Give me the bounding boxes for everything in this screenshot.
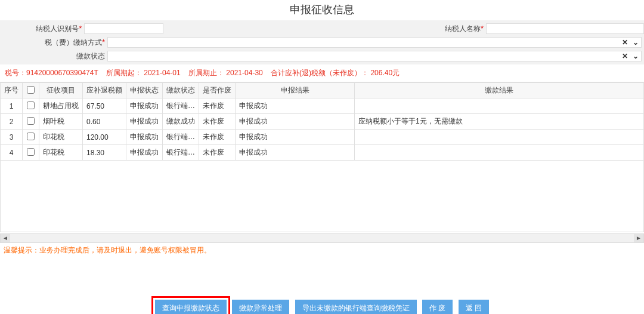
col-item: 征收项目 — [39, 83, 83, 98]
page-title: 申报征收信息 — [0, 0, 644, 20]
cell-jk-result — [355, 145, 644, 161]
taxpayer-id-label: 纳税人识别号* — [0, 24, 84, 34]
back-button[interactable]: 返 回 — [459, 300, 489, 314]
warning-tip: 温馨提示：业务办理完成后，请及时退出，避免账号权限被冒用。 — [0, 243, 644, 258]
scroll-left-icon[interactable]: ◄ — [1, 234, 10, 242]
cell-jk-status: 银行端… — [163, 98, 199, 114]
pay-method-select[interactable]: ✕ ⌄ — [107, 37, 642, 48]
chevron-down-icon[interactable]: ⌄ — [633, 38, 639, 47]
cell-checkbox — [23, 145, 39, 161]
cell-jk-result — [355, 98, 644, 114]
table-row: 3印花税120.00申报成功银行端…未作废申报成功 — [1, 130, 644, 145]
cell-sb-result: 申报成功 — [236, 145, 355, 161]
cell-amount: 67.50 — [83, 98, 126, 114]
cell-voided: 未作废 — [199, 130, 236, 145]
col-amount: 应补退税额 — [83, 83, 126, 98]
cell-sb-status: 申报成功 — [126, 145, 163, 161]
col-jk-status: 缴款状态 — [163, 83, 199, 98]
cell-seq: 1 — [1, 98, 23, 114]
summary-line: 税号：91420000670390474T 所属期起： 2021-04-01 所… — [0, 64, 644, 82]
cell-jk-status: 银行端… — [163, 130, 199, 145]
pay-status-label: 缴款状态 — [0, 51, 107, 61]
form-area: 纳税人识别号* 纳税人名称* 税（费）缴纳方式* ✕ ⌄ 缴款状态 ✕ ⌄ — [0, 20, 644, 64]
payment-exception-button[interactable]: 缴款异常处理 — [232, 300, 289, 314]
cell-jk-status: 缴款成功 — [163, 114, 199, 130]
cell-seq: 2 — [1, 114, 23, 130]
cell-jk-result — [355, 130, 644, 145]
cell-item: 烟叶税 — [39, 114, 83, 130]
cell-checkbox — [23, 130, 39, 145]
row-checkbox[interactable] — [27, 148, 35, 156]
cell-sb-result: 申报成功 — [236, 130, 355, 145]
cell-sb-result: 申报成功 — [236, 98, 355, 114]
table-row: 2烟叶税0.60申报成功缴款成功未作废申报成功应纳税额小于等于1元，无需缴款 — [1, 114, 644, 130]
cell-seq: 4 — [1, 145, 23, 161]
table-row: 1耕地占用税67.50申报成功银行端…未作废申报成功 — [1, 98, 644, 114]
taxpayer-name-label: 纳税人名称* — [444, 24, 486, 34]
pay-method-label: 税（费）缴纳方式* — [0, 38, 107, 48]
col-voided: 是否作废 — [199, 83, 236, 98]
cell-checkbox — [23, 98, 39, 114]
cell-checkbox — [23, 114, 39, 130]
col-seq: 序号 — [1, 83, 23, 98]
cell-item: 印花税 — [39, 145, 83, 161]
row-checkbox[interactable] — [27, 117, 35, 125]
clear-icon[interactable]: ✕ — [622, 52, 628, 60]
col-sb-status: 申报状态 — [126, 83, 163, 98]
row-checkbox[interactable] — [27, 133, 35, 140]
cell-item: 印花税 — [39, 130, 83, 145]
horizontal-scrollbar[interactable]: ◄ ► — [0, 233, 644, 243]
row-checkbox[interactable] — [27, 101, 35, 109]
taxpayer-id-field[interactable] — [84, 23, 163, 34]
cell-jk-result: 应纳税额小于等于1元，无需缴款 — [355, 114, 644, 130]
cell-item: 耕地占用税 — [39, 98, 83, 114]
clear-icon[interactable]: ✕ — [622, 38, 628, 47]
action-bar: 查询申报缴款状态 缴款异常处理 导出未缴款的银行端查询缴税凭证 作 废 返 回 — [0, 258, 644, 314]
select-all-checkbox[interactable] — [27, 86, 35, 94]
cell-sb-status: 申报成功 — [126, 114, 163, 130]
cell-jk-status: 银行端… — [163, 145, 199, 161]
cell-seq: 3 — [1, 130, 23, 145]
pay-status-select[interactable]: ✕ ⌄ — [107, 51, 642, 61]
cell-voided: 未作废 — [199, 145, 236, 161]
data-table: 序号 征收项目 应补退税额 申报状态 缴款状态 是否作废 申报结果 缴款结果 1… — [0, 82, 644, 232]
cell-sb-status: 申报成功 — [126, 130, 163, 145]
col-sb-result: 申报结果 — [236, 83, 355, 98]
cell-voided: 未作废 — [199, 98, 236, 114]
export-voucher-button[interactable]: 导出未缴款的银行端查询缴税凭证 — [295, 300, 417, 314]
cell-amount: 120.00 — [83, 130, 126, 145]
chevron-down-icon[interactable]: ⌄ — [633, 52, 639, 60]
table-row: 4印花税18.30申报成功银行端…未作废申报成功 — [1, 145, 644, 161]
table-empty-space — [0, 161, 644, 232]
col-jk-result: 缴款结果 — [355, 83, 644, 98]
cell-amount: 18.30 — [83, 145, 126, 161]
col-checkbox — [23, 83, 39, 98]
cell-voided: 未作废 — [199, 114, 236, 130]
void-button[interactable]: 作 废 — [422, 300, 453, 314]
query-status-button[interactable]: 查询申报缴款状态 — [155, 300, 227, 314]
taxpayer-name-field[interactable] — [486, 23, 644, 34]
scroll-right-icon[interactable]: ► — [634, 234, 643, 242]
cell-amount: 0.60 — [83, 114, 126, 130]
cell-sb-status: 申报成功 — [126, 98, 163, 114]
cell-sb-result: 申报成功 — [236, 114, 355, 130]
table-header-row: 序号 征收项目 应补退税额 申报状态 缴款状态 是否作废 申报结果 缴款结果 — [1, 83, 644, 98]
